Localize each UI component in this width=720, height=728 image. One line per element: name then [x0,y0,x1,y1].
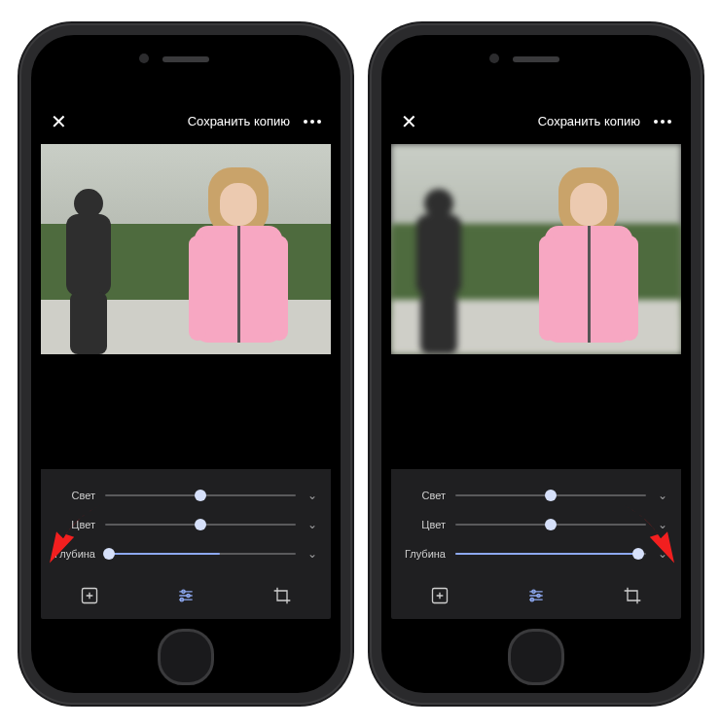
adjustment-panel: Свет ⌄ Цвет ⌄ Глубина ⌄ [391,469,681,572]
color-row: Цвет ⌄ [53,510,319,539]
phone-speaker [162,56,209,62]
editor-topbar: ✕ Сохранить копию [41,99,331,144]
adjust-icon[interactable] [172,582,199,609]
app-screen: ✕ Сохранить копию Свет ⌄ Цве [391,99,681,619]
topbar-right: Сохранить копию [538,114,671,128]
chevron-down-icon[interactable]: ⌄ [656,489,669,502]
phone-camera [489,54,499,63]
topbar-right: Сохранить копию [188,114,321,128]
letterbox-gap [41,354,331,469]
app-screen: ✕ Сохранить копию Свет ⌄ Цве [41,99,331,619]
chevron-down-icon[interactable]: ⌄ [656,518,669,531]
color-label: Цвет [403,519,446,530]
depth-slider[interactable] [455,553,646,555]
depth-label: Глубина [53,548,95,560]
more-icon[interactable] [304,120,321,124]
light-label: Свет [53,490,95,501]
chevron-down-icon[interactable]: ⌄ [306,518,319,531]
phone-speaker [513,56,559,62]
save-copy-button[interactable]: Сохранить копию [188,114,290,128]
light-row: Свет ⌄ [53,481,319,510]
depth-slider[interactable] [105,553,296,555]
crop-icon[interactable] [619,582,646,609]
color-row: Цвет ⌄ [403,510,669,539]
light-label: Свет [403,490,446,501]
chevron-down-icon[interactable]: ⌄ [306,547,319,561]
close-button[interactable]: ✕ [401,112,417,131]
phone-camera [139,54,149,63]
color-slider[interactable] [105,524,296,526]
depth-label: Глубина [403,548,446,560]
adjust-icon[interactable] [522,582,550,609]
phone-mockup-left: ✕ Сохранить копию Свет ⌄ Цве [19,23,352,705]
photo-preview[interactable] [391,144,681,355]
phone-mockup-right: ✕ Сохранить копию Свет ⌄ Цве [370,23,702,705]
suggestions-icon[interactable] [76,582,103,609]
color-label: Цвет [53,519,95,530]
home-button[interactable] [158,629,214,685]
close-button[interactable]: ✕ [51,112,67,131]
photo-preview[interactable] [41,144,331,355]
light-slider[interactable] [455,494,646,496]
save-copy-button[interactable]: Сохранить копию [538,114,640,128]
chevron-down-icon[interactable]: ⌄ [306,489,319,502]
color-slider[interactable] [455,524,646,526]
letterbox-gap [391,354,681,469]
comparison-stage: ✕ Сохранить копию Свет ⌄ Цве [0,0,720,728]
editor-topbar: ✕ Сохранить копию [391,99,681,144]
depth-row: Глубина ⌄ [403,539,669,568]
more-icon[interactable] [654,120,671,124]
depth-row: Глубина ⌄ [53,539,319,568]
light-slider[interactable] [105,494,296,496]
light-row: Свет ⌄ [403,481,669,510]
home-button[interactable] [508,629,564,685]
crop-icon[interactable] [269,582,296,609]
adjustment-panel: Свет ⌄ Цвет ⌄ Глубина ⌄ [41,469,331,572]
editor-bottombar [41,572,331,619]
suggestions-icon[interactable] [426,582,453,609]
editor-bottombar [391,572,681,619]
chevron-down-icon[interactable]: ⌄ [656,547,669,561]
